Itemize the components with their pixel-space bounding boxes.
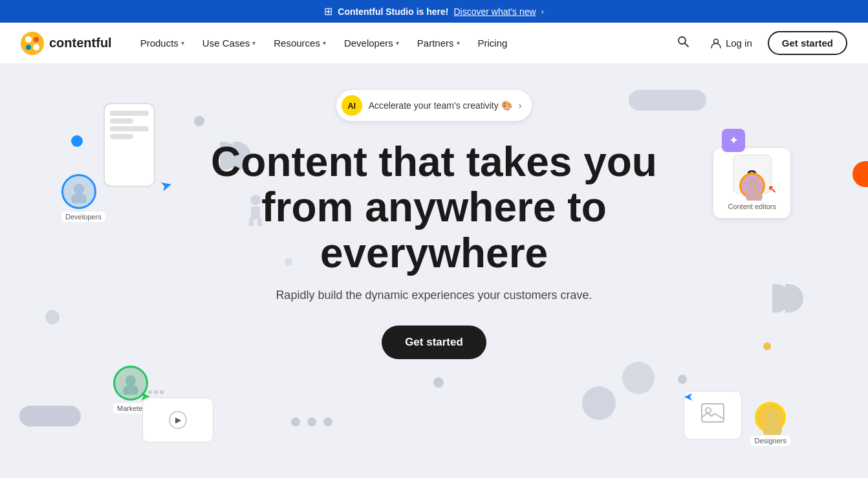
nav-item-products[interactable]: Products ▾	[133, 32, 192, 54]
editors-avatar	[739, 173, 765, 199]
hero-cta-button[interactable]: Get started	[382, 326, 486, 359]
svg-point-13	[71, 193, 87, 203]
hero-headline: Content that takes you from anywhere to …	[211, 139, 657, 276]
ai-pill-text: Accelerate your team's creativity 🎨	[369, 100, 512, 111]
phone-mockup	[103, 103, 155, 187]
nav-item-developers[interactable]: Developers ▾	[336, 32, 407, 54]
magic-sparkle-icon: ✦	[722, 129, 745, 152]
headline-line2: from anywhere to	[261, 184, 606, 230]
nav-links: Products ▾ Use Cases ▾ Resources ▾ Devel…	[133, 32, 671, 54]
editors-avatar-wrapper	[739, 186, 765, 199]
studio-icon: ⊞	[324, 5, 332, 17]
svg-point-0	[21, 32, 44, 55]
deco-yellow-dot	[763, 342, 771, 350]
deco-blue-dot	[71, 135, 83, 147]
deco-orange-edge	[852, 161, 868, 187]
pointer-arrow-developers: ➤	[158, 176, 174, 195]
svg-point-12	[74, 184, 84, 194]
image-icon	[701, 403, 724, 423]
svg-point-21	[763, 422, 782, 435]
hero-section: ➤ Developers a ↖ Content editors ✦	[0, 64, 868, 478]
designers-avatar	[755, 402, 786, 433]
developer-face	[67, 180, 91, 203]
svg-point-2	[33, 44, 39, 50]
designers-card: Designers	[750, 402, 790, 446]
nav-item-partners[interactable]: Partners ▾	[409, 32, 468, 54]
login-label: Log in	[726, 38, 752, 49]
ai-pill-arrow: ›	[519, 100, 522, 111]
video-dots	[148, 390, 164, 394]
navbar: contentful Products ▾ Use Cases ▾ Resour…	[0, 23, 868, 64]
partners-chevron-icon: ▾	[457, 39, 460, 47]
nav-actions: Log in Get started	[671, 30, 847, 56]
deco-chevron-right	[772, 284, 803, 313]
svg-point-1	[25, 36, 32, 43]
logo[interactable]: contentful	[21, 32, 112, 55]
deco-dot-bottom-mid1	[291, 417, 300, 426]
content-editors-card: a ↖ Content editors	[713, 148, 790, 218]
designers-face	[757, 404, 788, 435]
cursor-icon: ↖	[768, 183, 776, 195]
svg-point-14	[748, 179, 760, 190]
svg-point-5	[678, 37, 686, 44]
deco-dot-bottom-mid3	[323, 417, 332, 426]
use-cases-chevron-icon: ▾	[252, 39, 255, 47]
phone-line-4	[110, 134, 133, 139]
search-button[interactable]	[671, 30, 695, 56]
pointer-arrow-designers: ➤	[684, 390, 693, 404]
developers-bubble: Developers	[61, 174, 105, 222]
products-chevron-icon: ▾	[181, 39, 184, 47]
deco-gray-dot-mid	[678, 375, 687, 384]
resources-chevron-icon: ▾	[323, 39, 326, 47]
deco-pill-top-right	[629, 90, 706, 111]
developer-avatar	[61, 174, 96, 209]
play-button[interactable]: ▶	[169, 411, 187, 429]
svg-point-19	[706, 408, 711, 413]
video-mockup: ▶	[142, 397, 213, 443]
deco-circle-bottom-right	[582, 386, 616, 420]
login-button[interactable]: Log in	[702, 32, 760, 54]
search-icon	[677, 35, 689, 48]
deco-circle-bottom	[622, 362, 655, 394]
banner-discover-link[interactable]: Discover what's new	[453, 6, 536, 17]
nav-developers-label: Developers	[344, 38, 393, 49]
video-dot-1	[148, 390, 152, 394]
developers-chevron-icon: ▾	[396, 39, 399, 47]
nav-item-use-cases[interactable]: Use Cases ▾	[195, 32, 263, 54]
contentful-logo-icon	[21, 32, 44, 55]
svg-point-3	[26, 45, 31, 50]
deco-gray-dot-top	[194, 116, 204, 126]
ai-badge: AI	[342, 95, 362, 116]
nav-resources-label: Resources	[274, 38, 320, 49]
deco-dot-bottom-mid2	[307, 417, 316, 426]
phone-line-1	[110, 111, 149, 116]
nav-partners-label: Partners	[417, 38, 454, 49]
hero-subtext: Rapidly build the dynamic experiences yo…	[276, 289, 592, 302]
svg-point-4	[34, 37, 39, 42]
nav-products-label: Products	[140, 38, 179, 49]
marketers-face	[119, 371, 142, 395]
login-icon	[710, 38, 722, 49]
nav-item-resources[interactable]: Resources ▾	[266, 32, 334, 54]
ai-pill[interactable]: AI Accelerate your team's creativity 🎨 ›	[336, 90, 532, 121]
deco-pill-bottom-left	[19, 406, 81, 426]
nav-item-pricing[interactable]: Pricing	[470, 32, 515, 54]
nav-pricing-label: Pricing	[478, 38, 508, 49]
svg-point-17	[123, 384, 138, 395]
headline-line1: Content that takes you	[211, 138, 657, 185]
video-dot-3	[160, 390, 164, 394]
phone-line-3	[110, 126, 149, 131]
top-banner: ⊞ Contentful Studio is here! Discover wh…	[0, 0, 868, 23]
image-placeholder-icon	[701, 403, 724, 427]
banner-brand-text: Contentful Studio is here!	[338, 6, 448, 17]
get-started-nav-button[interactable]: Get started	[768, 31, 847, 55]
svg-point-15	[746, 190, 763, 201]
editors-face	[741, 175, 767, 201]
content-editors-label: Content editors	[722, 201, 781, 212]
video-dot-2	[154, 390, 158, 394]
svg-rect-18	[702, 404, 724, 422]
banner-arrow-icon: ›	[541, 7, 544, 16]
logo-text: contentful	[49, 36, 112, 50]
svg-point-20	[766, 410, 779, 423]
phone-line-2	[110, 118, 133, 124]
